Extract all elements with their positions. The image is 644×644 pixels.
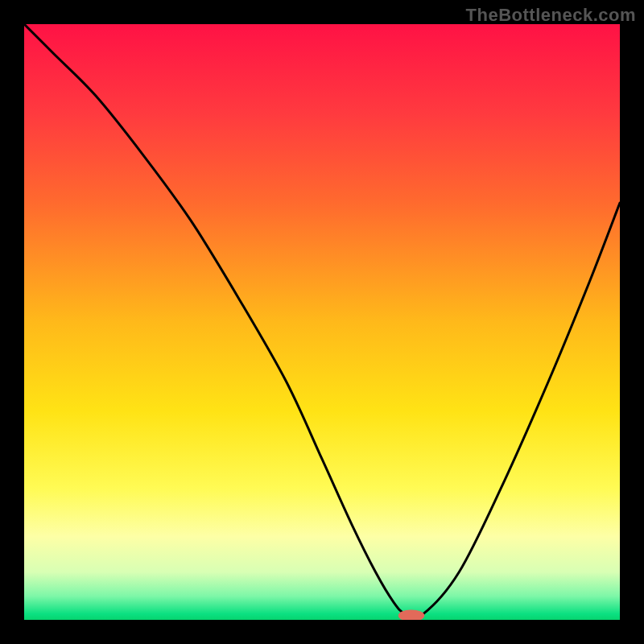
- plot-area: [24, 24, 620, 620]
- gradient-background: [24, 24, 620, 620]
- watermark-text: TheBottleneck.com: [466, 5, 636, 26]
- chart-svg: [24, 24, 620, 620]
- chart-frame: TheBottleneck.com: [0, 0, 644, 644]
